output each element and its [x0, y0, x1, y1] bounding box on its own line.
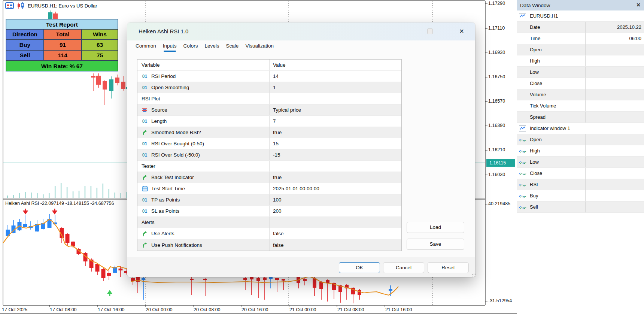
input-row[interactable]: 01TP as Points100 — [137, 194, 401, 206]
input-row[interactable]: Smoothed Mode RSI?true — [137, 127, 401, 138]
dialog-title: Heiken Ashi RSI 1.0 — [139, 22, 188, 40]
input-label: Back Test Indicator — [151, 175, 194, 180]
time-axis-label: 20 Oct 16:00 — [242, 307, 268, 312]
input-value[interactable]: -15 — [270, 152, 401, 158]
price-axis-label: -31.512954 — [488, 298, 512, 303]
boolean-branch-icon — [142, 175, 148, 181]
tab-colors[interactable]: Colors — [183, 43, 198, 52]
input-row[interactable]: Test Start Time2025.01.01 00:00:00 — [137, 183, 401, 194]
dialog-titlebar[interactable]: Heiken Ashi RSI 1.0 — ✕ — [127, 22, 475, 40]
data-window-label: Open — [530, 47, 542, 52]
tab-inputs[interactable]: Inputs — [163, 43, 177, 52]
input-row[interactable]: 01SL as Points200 — [137, 206, 401, 217]
data-window-label: Tick Volume — [530, 103, 556, 109]
data-window-value — [585, 78, 644, 89]
minimize-icon[interactable]: — — [402, 26, 417, 37]
boolean-branch-icon — [142, 231, 148, 237]
test-report-cell: 114 — [44, 50, 82, 61]
save-button[interactable]: Save — [407, 239, 464, 250]
data-window-value — [585, 44, 644, 55]
input-row[interactable]: 01RSI Period14 — [137, 71, 401, 82]
input-value[interactable]: 7 — [270, 118, 401, 124]
input-label: Smoothed Mode RSI? — [151, 130, 201, 135]
input-value[interactable]: false — [270, 231, 401, 236]
indicator-series-icon — [519, 204, 526, 210]
input-value[interactable]: 1 — [270, 85, 401, 90]
close-icon[interactable]: ✕ — [454, 26, 469, 37]
calendar-icon — [142, 186, 148, 191]
data-window-label: EURUSD,H1 — [530, 13, 558, 19]
test-report-row: Buy9163 — [6, 40, 118, 50]
input-row[interactable]: Use Push Notificationsfalse — [137, 239, 401, 251]
reset-button[interactable]: Reset — [428, 262, 469, 273]
data-window-label: Time — [530, 36, 540, 41]
input-row[interactable]: 01Length7 — [137, 116, 401, 127]
input-label: RSI Over Sold (-50:0) — [151, 152, 200, 158]
input-row[interactable]: Use Alertsfalse — [137, 228, 401, 239]
input-row[interactable]: 01RSI Over Bought (0:50)15 — [137, 138, 401, 149]
input-value[interactable]: 15 — [270, 141, 401, 146]
ok-button[interactable]: OK — [339, 262, 380, 273]
indicator-series-icon — [519, 137, 526, 143]
input-section-row[interactable]: Alerts — [137, 217, 401, 228]
input-row[interactable]: SourceTypical price — [137, 105, 401, 116]
tab-scale[interactable]: Scale — [226, 43, 239, 52]
cancel-button[interactable]: Cancel — [383, 262, 424, 273]
data-window-value — [585, 202, 644, 212]
number-input-icon: 01 — [142, 119, 147, 124]
input-value[interactable]: 14 — [270, 73, 401, 79]
time-axis-label: 17 Oct 2025 — [2, 307, 27, 312]
input-label: Alerts — [142, 219, 155, 225]
chart-symbol-title: EURUSD,H1: Euro vs US Dollar — [28, 3, 97, 9]
input-label: SL as Points — [151, 208, 179, 214]
close-icon[interactable]: ✕ — [636, 2, 641, 8]
data-window-row: Tick Volume — [517, 100, 644, 112]
tab-visualization[interactable]: Visualization — [245, 43, 274, 52]
input-value[interactable]: 2025.01.01 00:00:00 — [270, 186, 401, 191]
number-input-icon: 01 — [142, 74, 147, 79]
data-window-label: Sell — [530, 204, 538, 210]
price-axis-label: 1.16390 — [488, 123, 505, 128]
test-report-cell: 91 — [44, 40, 82, 50]
data-window-value — [585, 134, 644, 145]
input-value[interactable]: false — [270, 242, 401, 248]
input-value[interactable]: Typical price — [270, 107, 401, 113]
resize-grip[interactable] — [472, 274, 473, 275]
test-report-panel: Test Report DirectionTotalWinsBuy9163Sel… — [6, 19, 118, 72]
number-input-icon: 01 — [142, 141, 147, 146]
time-axis-label: 17 Oct 08:00 — [50, 307, 77, 312]
indicator-series-icon — [519, 159, 526, 165]
data-window-label: Low — [530, 159, 539, 165]
data-window-value — [585, 157, 644, 167]
test-report-row: DirectionTotalWins — [6, 29, 118, 40]
input-section-row[interactable]: Tester — [137, 161, 401, 172]
input-value[interactable]: 100 — [270, 197, 401, 203]
indicator-series-icon — [519, 148, 526, 154]
load-button[interactable]: Load — [407, 222, 464, 233]
data-window-rows: EURUSD,H1Date2025.10.22Time06:00OpenHigh… — [517, 10, 644, 213]
tab-levels[interactable]: Levels — [205, 43, 219, 52]
price-axis-label: 1.16930 — [488, 50, 505, 55]
tab-common[interactable]: Common — [136, 43, 156, 52]
price-axis-label: 40.219485 — [488, 201, 510, 206]
test-report-cell: Direction — [6, 29, 44, 40]
input-value[interactable]: 200 — [270, 208, 401, 214]
data-window-label: Indicator window 1 — [530, 125, 570, 131]
input-label: RSI Period — [151, 73, 176, 79]
inputs-table: Variable Value 01RSI Period1401Open Smoo… — [137, 59, 402, 251]
input-row[interactable]: 01RSI Over Sold (-50:0)-15 — [137, 149, 401, 161]
input-label: Source — [151, 107, 167, 113]
data-window-label: RSI — [530, 182, 538, 187]
input-value[interactable]: true — [270, 130, 401, 135]
data-window-row: Open — [517, 134, 644, 145]
input-row[interactable]: Back Test Indicatortrue — [137, 172, 401, 183]
input-value[interactable]: true — [270, 175, 401, 180]
input-label: Test Start Time — [151, 186, 185, 191]
input-section-row[interactable]: RSI Plot — [137, 93, 401, 105]
input-row[interactable]: 01Open Smoothing1 — [137, 82, 401, 93]
data-window-label: Close — [530, 81, 542, 86]
data-window-row: Buy — [517, 190, 644, 202]
test-report-row: Sell11475 — [6, 50, 118, 61]
boolean-branch-icon — [142, 130, 148, 136]
time-axis-label: 21 Oct 00:00 — [289, 307, 316, 312]
